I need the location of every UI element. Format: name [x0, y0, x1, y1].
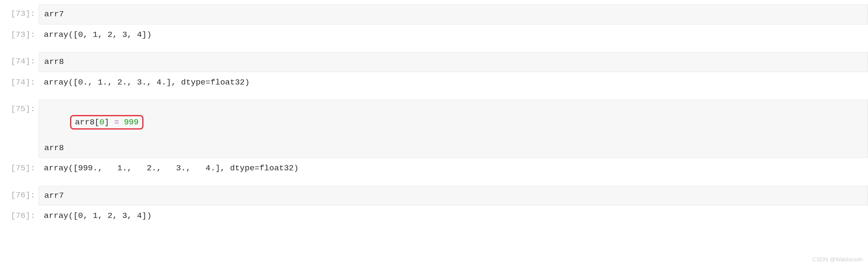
- code-output-cell: array([999., 1., 2., 3., 4.], dtype=floa…: [39, 160, 868, 176]
- output-prompt: [75]:: [0, 160, 39, 175]
- output-text: array([0., 1., 2., 3., 4.], dtype=float3…: [44, 76, 863, 89]
- output-text: array([0, 1, 2, 3, 4]): [44, 29, 863, 41]
- input-prompt: [76]:: [0, 186, 39, 202]
- output-cell-row: [76]: array([0, 1, 2, 3, 4]): [0, 208, 868, 224]
- code-input-cell[interactable]: arr7: [39, 186, 868, 206]
- output-cell-row: [75]: array([999., 1., 2., 3., 4.], dtyp…: [0, 160, 868, 176]
- token-operator: =: [114, 118, 119, 127]
- input-prompt: [74]:: [0, 52, 39, 68]
- output-prompt: [76]:: [0, 208, 39, 222]
- code-line: arr7: [44, 8, 862, 21]
- output-prompt: [74]:: [0, 75, 39, 89]
- annotation-highlight-box: arr8[0] = 999: [70, 115, 143, 130]
- input-prompt: [73]:: [0, 4, 39, 20]
- code-output-cell: array([0., 1., 2., 3., 4.], dtype=float3…: [39, 75, 868, 91]
- code-output-cell: array([0, 1, 2, 3, 4]): [39, 208, 868, 224]
- output-prompt: [73]:: [0, 27, 39, 41]
- token-lbracket: [: [95, 118, 99, 127]
- input-cell-row: [76]: arr7: [0, 186, 868, 206]
- output-text: array([0, 1, 2, 3, 4]): [44, 210, 863, 222]
- input-cell-row: [74]: arr8: [0, 52, 868, 72]
- token-number: 999: [124, 118, 138, 127]
- input-prompt: [75]:: [0, 100, 39, 115]
- token-index: 0: [99, 118, 104, 127]
- input-cell-row: [75]: arr8[0] = 999 arr8: [0, 100, 868, 158]
- output-text: array([999., 1., 2., 3., 4.], dtype=floa…: [44, 162, 863, 175]
- token-rbracket: ]: [104, 118, 109, 127]
- code-output-cell: array([0, 1, 2, 3, 4]): [39, 27, 868, 43]
- code-line: arr8: [44, 142, 862, 154]
- code-input-cell[interactable]: arr8[0] = 999 arr8: [39, 100, 868, 158]
- output-cell-row: [74]: array([0., 1., 2., 3., 4.], dtype=…: [0, 75, 868, 91]
- code-line-highlighted: arr8[0] = 999: [44, 103, 862, 142]
- code-input-cell[interactable]: arr8: [39, 52, 868, 72]
- code-input-cell[interactable]: arr7: [39, 4, 868, 24]
- input-cell-row: [73]: arr7: [0, 4, 868, 24]
- output-cell-row: [73]: array([0, 1, 2, 3, 4]): [0, 27, 868, 43]
- token-name: arr8: [75, 118, 95, 127]
- code-line: arr7: [44, 190, 862, 202]
- code-line: arr8: [44, 56, 862, 68]
